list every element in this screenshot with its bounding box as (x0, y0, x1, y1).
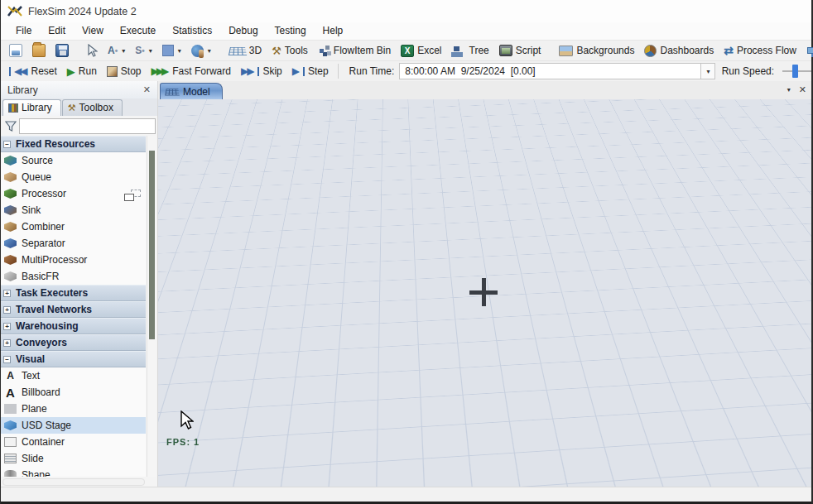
tab-model[interactable]: Model (160, 83, 223, 99)
tools-button[interactable]: ⚒Tools (267, 42, 313, 59)
slide-icon (4, 454, 17, 463)
scrollbar-thumb[interactable] (149, 151, 155, 339)
walkthrough-button[interactable]: ▾ (186, 42, 216, 60)
backgrounds-button[interactable]: Backgrounds (554, 42, 639, 59)
library-horizontal-scrollbar[interactable] (2, 478, 145, 486)
tab-model-label: Model (183, 86, 210, 98)
expand-icon[interactable]: + (3, 339, 11, 347)
run-time-dropdown-button[interactable]: ▾ (701, 63, 715, 79)
menu-testing[interactable]: Testing (267, 23, 315, 39)
dashboards-button[interactable]: Dashboards (639, 42, 719, 60)
library-scrollbar[interactable] (147, 136, 156, 477)
tree-item-billboard[interactable]: ABillboard (1, 384, 146, 401)
workspaces-button[interactable]: Works (801, 42, 813, 59)
tree-item-source[interactable]: Source (1, 152, 146, 169)
tree-item-sink[interactable]: Sink (1, 202, 146, 218)
tree-header-fixed-resources[interactable]: −Fixed Resources (1, 136, 146, 152)
tab-toolbox[interactable]: ⚒Toolbox (62, 99, 123, 116)
flexsim-logo-icon (7, 5, 22, 17)
expand-icon[interactable]: + (3, 306, 11, 314)
color-tool-button[interactable]: ▾ (157, 42, 186, 59)
run-speed-slider[interactable] (782, 64, 811, 79)
library-panel-header: Library ✕ (1, 81, 157, 98)
tree-label: Tree (469, 45, 489, 56)
tree-item-combiner[interactable]: Combiner (1, 218, 146, 235)
container-icon (4, 437, 17, 447)
run-button[interactable]: ▶Run (62, 63, 102, 80)
toolbox-hammer-icon: ⚒ (68, 103, 76, 113)
process-flow-button[interactable]: ⇄Process Flow (719, 42, 801, 59)
tree-item-separator[interactable]: Separator (1, 235, 146, 252)
tree-item-container[interactable]: Container (1, 434, 146, 450)
tree-item-usd-stage[interactable]: USD Stage (1, 417, 146, 434)
new-model-button[interactable] (4, 41, 27, 60)
stop-button[interactable]: Stop (102, 63, 147, 79)
reset-button[interactable]: ◀◀Reset (4, 63, 62, 79)
backgrounds-icon (559, 46, 573, 56)
tree-item-multiprocessor[interactable]: MultiProcessor (1, 252, 146, 268)
chevron-down-icon[interactable]: ▾ (149, 47, 152, 55)
tree-header-travel-networks[interactable]: +Travel Networks (1, 301, 146, 318)
tree-icon (454, 46, 459, 51)
expand-icon[interactable]: + (3, 290, 11, 297)
library-tab-bar: Library ⚒Toolbox (1, 98, 157, 116)
script-button[interactable]: Script (494, 42, 546, 59)
flowitem-bin-button[interactable]: FlowItem Bin (313, 42, 396, 60)
tree-header-task-executers[interactable]: +Task Executers (1, 285, 146, 301)
fast-forward-button[interactable]: ▶▶▶Fast Forward (147, 63, 236, 79)
tree-button[interactable]: Tree (447, 42, 494, 59)
tree-item-queue[interactable]: Queue (1, 169, 146, 185)
connect-ports-button[interactable]: S▾ (130, 42, 157, 59)
text-icon: A (4, 370, 17, 382)
chevron-down-icon[interactable]: ▾ (122, 47, 125, 55)
pointer-icon (87, 44, 98, 57)
slider-handle[interactable] (792, 65, 798, 78)
menu-execute[interactable]: Execute (112, 23, 164, 39)
collapse-icon[interactable]: − (3, 141, 11, 148)
tree-item-plane[interactable]: Plane (1, 401, 146, 417)
mouse-cursor-icon (180, 410, 194, 430)
chevron-down-icon[interactable]: ▾ (178, 47, 181, 55)
expand-icon[interactable]: + (3, 323, 11, 330)
tab-library[interactable]: Library (2, 99, 61, 116)
save-model-button[interactable] (51, 41, 74, 60)
menu-help[interactable]: Help (315, 23, 352, 39)
flowitem-bin-label: FlowItem Bin (334, 45, 391, 56)
close-icon[interactable]: ✕ (142, 84, 152, 95)
close-tab-icon[interactable]: ✕ (799, 84, 806, 95)
connect-objects-button[interactable]: A▾ (103, 42, 130, 59)
step-button[interactable]: ▶Step (287, 63, 334, 79)
tree-item-shape[interactable]: Shape (1, 467, 146, 477)
open-folder-icon (32, 44, 46, 57)
tree-item-text[interactable]: AText (1, 367, 146, 384)
tree-header-visual[interactable]: −Visual (1, 351, 146, 367)
library-filter-input[interactable] (19, 118, 156, 134)
tree-header-warehousing[interactable]: +Warehousing (1, 318, 146, 334)
menu-statistics[interactable]: Statistics (164, 23, 220, 39)
chevron-down-icon: ▾ (706, 68, 710, 75)
tree-item-slide[interactable]: Slide (1, 450, 146, 467)
collapse-icon[interactable]: − (3, 356, 11, 363)
model-3d-viewport[interactable]: FPS: 1 (158, 99, 811, 487)
pointer-tool-button[interactable] (82, 41, 103, 60)
run-time-input[interactable] (399, 63, 701, 79)
tree-item-basicfr[interactable]: BasicFR (1, 268, 146, 285)
tab-list-dropdown-icon[interactable]: ▾ (787, 86, 791, 94)
excel-button[interactable]: XExcel (396, 42, 446, 60)
view-3d-button[interactable]: 3D (224, 42, 267, 59)
library-filter-row (1, 116, 157, 136)
menu-debug[interactable]: Debug (220, 23, 266, 39)
model-view-area: Model ▾ ✕ FPS: 1 (158, 81, 811, 487)
open-model-button[interactable] (27, 41, 51, 60)
process-flow-label: Process Flow (737, 45, 796, 56)
chevron-down-icon[interactable]: ▾ (208, 47, 211, 55)
fps-counter: FPS: 1 (166, 437, 200, 447)
process-flow-icon: ⇄ (724, 45, 734, 56)
walkthrough-icon (191, 45, 204, 57)
menu-file[interactable]: File (7, 23, 40, 39)
tree-header-conveyors[interactable]: +Conveyors (1, 334, 146, 351)
menu-view[interactable]: View (74, 23, 112, 39)
menu-edit[interactable]: Edit (40, 23, 74, 39)
skip-button[interactable]: ▶▶Skip (236, 63, 287, 79)
menu-bar: File Edit View Execute Statistics Debug … (1, 22, 811, 40)
